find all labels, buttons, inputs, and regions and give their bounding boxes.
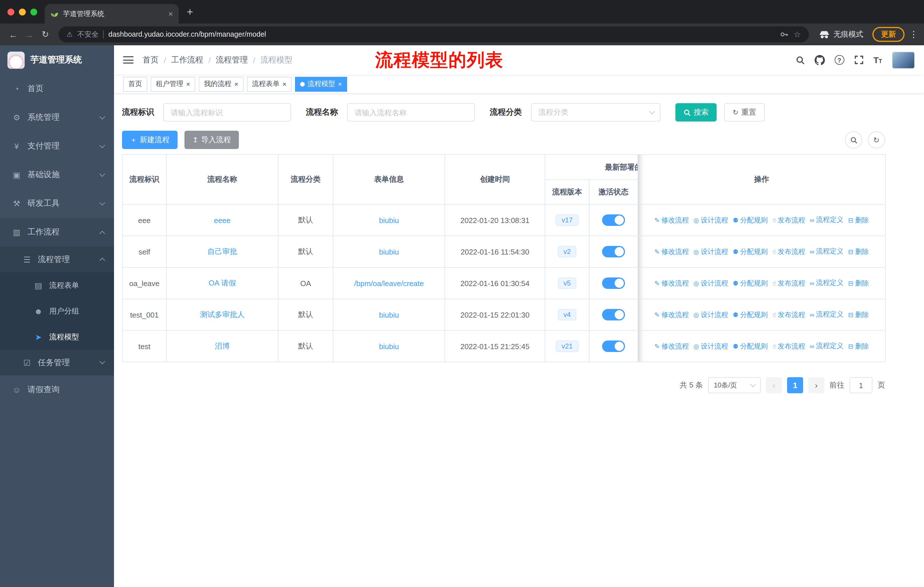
search-icon[interactable] [795, 55, 805, 64]
fullscreen-icon[interactable] [854, 55, 864, 65]
model-name-link[interactable]: eeee [214, 216, 231, 225]
assign-rule-link[interactable]: ⚉分配规则 [733, 279, 767, 288]
active-toggle[interactable] [602, 278, 625, 289]
tag-close-icon[interactable]: × [282, 81, 286, 88]
design-process-link[interactable]: ◎设计流程 [693, 310, 728, 320]
update-button[interactable]: 更新 [873, 27, 904, 42]
design-process-link[interactable]: ◎设计流程 [693, 342, 728, 351]
publish-process-link[interactable]: ☝发布流程 [772, 342, 805, 351]
page-number-button[interactable]: 1 [787, 377, 803, 393]
sidebar-item[interactable]: ▤流程表单 [0, 272, 114, 298]
assign-rule-link[interactable]: ⚉分配规则 [733, 342, 767, 351]
forward-icon[interactable]: → [22, 30, 37, 39]
filter-id-input[interactable] [163, 103, 291, 122]
new-tab-button[interactable]: + [187, 6, 193, 17]
search-button[interactable]: 搜索 [675, 103, 717, 122]
active-toggle[interactable] [602, 214, 625, 226]
sidebar-item[interactable]: ☻用户分组 [0, 298, 114, 324]
page-size-select[interactable]: 10条/页 [708, 377, 761, 393]
import-model-button[interactable]: ↥ 导入流程 [185, 131, 239, 149]
reset-button[interactable]: ↻ 重置 [724, 103, 765, 122]
modify-process-link[interactable]: ✎修改流程 [655, 215, 689, 225]
password-key-icon[interactable] [780, 30, 789, 39]
bookmark-star-icon[interactable]: ☆ [794, 30, 801, 39]
tag-close-icon[interactable]: × [186, 81, 190, 88]
github-icon[interactable] [814, 55, 825, 65]
delete-link[interactable]: ⊟删除 [848, 215, 869, 225]
app-logo[interactable]: 芋道管理系统 [0, 45, 114, 74]
tag-item[interactable]: 流程表单× [247, 76, 292, 91]
breadcrumb-item[interactable]: 工作流程 [171, 55, 203, 65]
assign-rule-link[interactable]: ⚉分配规则 [733, 310, 767, 320]
design-process-link[interactable]: ◎设计流程 [693, 215, 728, 225]
window-zoom-button[interactable] [30, 8, 37, 15]
process-definition-link[interactable]: ∞流程定义 [810, 278, 843, 288]
help-icon[interactable]: ? [834, 55, 844, 65]
modify-process-link[interactable]: ✎修改流程 [655, 279, 689, 288]
delete-link[interactable]: ⊟删除 [848, 342, 869, 351]
publish-process-link[interactable]: ☝发布流程 [772, 247, 805, 257]
model-name-link[interactable]: 自己审批 [207, 247, 237, 256]
window-minimize-button[interactable] [19, 8, 26, 15]
window-close-button[interactable] [7, 8, 14, 15]
process-definition-link[interactable]: ∞流程定义 [810, 215, 843, 225]
create-model-button[interactable]: ＋ 新建流程 [122, 131, 178, 149]
sidebar-item[interactable]: ⚙系统管理 [0, 103, 114, 132]
model-name-link[interactable]: 滔博 [215, 342, 230, 350]
sidebar-item[interactable]: ☺请假查询 [0, 375, 114, 404]
toggle-search-button[interactable] [845, 131, 862, 149]
refresh-table-button[interactable]: ↻ [868, 131, 885, 149]
tag-item[interactable]: 我的流程× [199, 76, 243, 91]
publish-process-link[interactable]: ☝发布流程 [772, 279, 805, 288]
active-toggle[interactable] [602, 341, 625, 352]
delete-link[interactable]: ⊟删除 [848, 279, 869, 288]
browser-tab[interactable]: 芋道管理系统 × [45, 4, 179, 23]
process-definition-link[interactable]: ∞流程定义 [810, 247, 843, 256]
sidebar-item[interactable]: ☑任务管理 [0, 350, 114, 375]
sidebar-item[interactable]: ▥工作流程 [0, 218, 114, 246]
publish-process-link[interactable]: ☝发布流程 [772, 310, 805, 320]
sidebar-item[interactable]: ¥支付管理 [0, 132, 114, 160]
font-size-icon[interactable]: TT [873, 55, 882, 65]
model-name-link[interactable]: OA 请假 [208, 279, 236, 287]
form-link[interactable]: biubiu [379, 311, 399, 319]
active-toggle[interactable] [602, 246, 625, 257]
delete-link[interactable]: ⊟删除 [848, 310, 869, 320]
delete-link[interactable]: ⊟删除 [848, 247, 869, 257]
url-text[interactable]: dashboard.yudao.iocoder.cn/bpm/manager/m… [109, 30, 266, 38]
form-link[interactable]: biubiu [379, 342, 399, 351]
browser-menu-icon[interactable]: ⋮ [909, 29, 918, 40]
modify-process-link[interactable]: ✎修改流程 [655, 247, 689, 257]
sidebar-item[interactable]: ➤流程模型 [0, 324, 114, 350]
process-definition-link[interactable]: ∞流程定义 [810, 341, 843, 351]
tab-close-icon[interactable]: × [168, 9, 173, 18]
breadcrumb-item[interactable]: 流程管理 [216, 55, 248, 65]
tag-close-icon[interactable]: × [234, 81, 238, 88]
goto-page-input[interactable] [850, 377, 873, 393]
modify-process-link[interactable]: ✎修改流程 [655, 342, 689, 351]
sidebar-item[interactable]: ◔首页 [0, 74, 114, 103]
tag-close-icon[interactable]: × [338, 81, 342, 88]
sidebar-item[interactable]: ▣基础设施 [0, 160, 114, 189]
design-process-link[interactable]: ◎设计流程 [693, 247, 728, 257]
tag-item[interactable]: 租户管理× [151, 76, 195, 91]
model-name-link[interactable]: 测试多审批人 [200, 310, 244, 319]
user-avatar[interactable] [892, 51, 915, 68]
back-icon[interactable]: ← [6, 30, 21, 39]
reload-icon[interactable]: ↻ [38, 29, 53, 40]
form-link[interactable]: biubiu [379, 247, 399, 256]
prev-page-button[interactable]: ‹ [766, 377, 782, 393]
tag-item[interactable]: 流程模型× [295, 76, 347, 91]
active-toggle[interactable] [602, 309, 625, 321]
form-link[interactable]: /bpm/oa/leave/create [354, 279, 424, 288]
process-definition-link[interactable]: ∞流程定义 [810, 310, 843, 319]
sidebar-collapse-icon[interactable] [123, 56, 134, 64]
next-page-button[interactable]: › [808, 377, 824, 393]
breadcrumb-item[interactable]: 首页 [143, 55, 159, 65]
publish-process-link[interactable]: ☝发布流程 [772, 215, 805, 225]
address-bar[interactable]: ⚠ 不安全 dashboard.yudao.iocoder.cn/bpm/man… [58, 26, 809, 42]
tag-item[interactable]: 首页 [123, 76, 147, 91]
security-warning-icon[interactable]: ⚠ [66, 30, 73, 38]
form-link[interactable]: biubiu [379, 216, 399, 225]
sidebar-item[interactable]: ⚒研发工具 [0, 189, 114, 218]
